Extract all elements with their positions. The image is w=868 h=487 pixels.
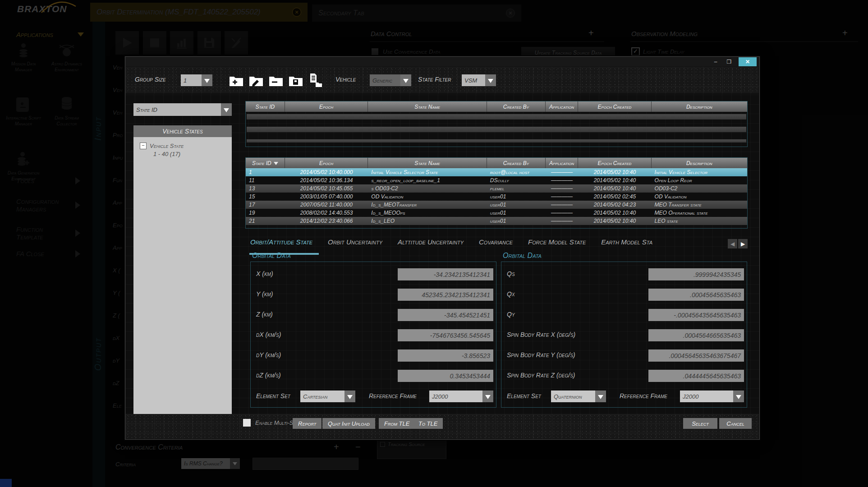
- state-filter-label: State Filter: [418, 76, 451, 83]
- column-header[interactable]: Created By: [487, 101, 546, 112]
- column-header[interactable]: State Name: [368, 158, 487, 168]
- column-header[interactable]: Description: [652, 158, 747, 168]
- dialog-titlebar[interactable]: – ❒ ✕: [125, 57, 759, 67]
- to-tle-button[interactable]: To TLE: [413, 418, 443, 429]
- column-header[interactable]: Epoch: [285, 101, 368, 112]
- tab-orbit-uncertainty[interactable]: Orbit Uncertainty: [328, 238, 382, 252]
- vehicle-dropdown[interactable]: Generic: [370, 74, 411, 86]
- cell-state-name: s_reor_open_loop_baseline_1: [368, 177, 487, 184]
- panel-fields: X (km)-34.2342135412341Y (km)452345.2342…: [250, 262, 496, 408]
- cell-epoch: 2008/02/02 14:40.553: [285, 210, 368, 216]
- cancel-button[interactable]: Cancel: [719, 418, 752, 429]
- select-button[interactable]: Select: [683, 418, 717, 429]
- column-header[interactable]: State Name: [368, 101, 487, 112]
- field-label: Z (km): [256, 311, 273, 318]
- enable-multi-selection-checkbox[interactable]: [243, 419, 251, 427]
- field-value-input[interactable]: 0.3453453444: [398, 370, 493, 382]
- cell-created-by: user01: [487, 218, 546, 224]
- cell-epoch-created: 2014/05/02 02:45: [578, 193, 651, 200]
- scroll-tabs-left-button[interactable]: ◀: [728, 239, 737, 248]
- field-value-input[interactable]: .0444445645635463: [648, 370, 744, 382]
- dialog-toolbar: Group Size 1: [126, 67, 759, 93]
- table-row[interactable]: 12014/05/02 10:40.000Initial Vehicle Sel…: [246, 168, 747, 176]
- column-header[interactable]: Epoch Created: [578, 101, 651, 112]
- field-value-input[interactable]: -345.454521451: [398, 309, 493, 321]
- state-filter-dropdown[interactable]: VSM: [462, 74, 496, 86]
- panel-title: Orbital Data: [252, 252, 496, 260]
- cell-created-by: user01: [487, 193, 546, 200]
- table-header: State IDEpochState NameCreated ByApplica…: [246, 158, 747, 168]
- field-value-input[interactable]: .9999942435345: [648, 268, 744, 280]
- field-label: Qy: [507, 311, 515, 318]
- tab-orbit-attitude-state[interactable]: Orbit/Attitude State: [250, 238, 312, 252]
- collapse-icon[interactable]: −: [140, 142, 147, 149]
- from-tle-button[interactable]: From TLE: [379, 418, 415, 429]
- column-header[interactable]: Application: [546, 158, 578, 168]
- element-set-dropdown[interactable]: Cartesian: [300, 391, 355, 402]
- tab-covariance[interactable]: Covariance: [479, 238, 513, 252]
- maximize-button[interactable]: ❒: [723, 58, 735, 66]
- empty-row: [247, 127, 746, 132]
- folder-remove-icon: [268, 73, 284, 87]
- remove-state-button[interactable]: [267, 73, 285, 88]
- reference-frame-label: Reference Frame: [369, 392, 417, 400]
- table-row[interactable]: 152003/01/05 07:40.000OD Validationuser0…: [246, 193, 747, 201]
- element-set-value: Cartesian: [300, 391, 344, 402]
- tab-alttitude-uncertainty[interactable]: Alttitude Uncertainty: [398, 238, 464, 252]
- new-state-button[interactable]: [227, 73, 245, 88]
- table-row[interactable]: 212014/12/02 23:40.066Id_s_LEOuser01————…: [246, 217, 747, 225]
- field-label: Qx: [507, 290, 515, 298]
- column-header[interactable]: Epoch Created: [578, 158, 651, 168]
- report-button[interactable]: Report: [293, 418, 321, 429]
- table-row[interactable]: 172007/05/02 11:40.000Id_s_MEOTransferus…: [246, 201, 747, 209]
- vehicle-states-tree[interactable]: − Vehicle State 1 - 40 (17): [133, 137, 232, 430]
- cell-state-name: s OD03-C2: [368, 185, 487, 192]
- field-value-input[interactable]: .00045645635463: [648, 289, 744, 301]
- tab-force-model-state[interactable]: Force Model State: [528, 238, 586, 252]
- element-set-row: Element SetQuaternionReference FrameJ200…: [501, 391, 747, 403]
- table-row[interactable]: 112014/05/02 10:36.134s_reor_open_loop_b…: [246, 176, 747, 184]
- field-value-input[interactable]: .00045645635463675467: [648, 349, 744, 362]
- column-header[interactable]: Application: [546, 101, 578, 112]
- column-header[interactable]: State ID: [246, 101, 285, 112]
- table-row[interactable]: 192008/02/02 14:40.553Id_s_MEOOpsuser01—…: [246, 209, 747, 217]
- tree-node-range[interactable]: 1 - 40 (17): [153, 151, 232, 157]
- cell-state-name: Id_s_LEO: [368, 218, 487, 224]
- reference-frame-value: J2000: [429, 391, 482, 402]
- field-label: dX (km/s): [256, 331, 281, 338]
- chevron-down-icon: [344, 391, 355, 402]
- reference-frame-label: Reference Frame: [620, 392, 667, 400]
- copy-state-button[interactable]: [306, 73, 324, 88]
- save-state-button[interactable]: [287, 73, 305, 88]
- table-row[interactable]: 132014/05/02 10:45.055s OD03-C2plemel———…: [246, 184, 747, 193]
- edit-state-button[interactable]: [247, 73, 265, 88]
- reference-frame-dropdown[interactable]: J2000: [680, 391, 744, 402]
- column-header-label: Application: [549, 104, 574, 110]
- cell-description: Open Loop Reor: [652, 177, 747, 184]
- reference-frame-dropdown[interactable]: J2000: [429, 391, 493, 402]
- tree-node-vehicle-state[interactable]: − Vehicle State: [140, 142, 232, 149]
- field-value-input[interactable]: -7546763456.545645: [398, 329, 493, 341]
- cell-description: MEO Operational state: [652, 210, 747, 216]
- minimize-button[interactable]: –: [710, 58, 721, 66]
- field-value-input[interactable]: -.000456435645635463: [648, 309, 744, 321]
- column-header[interactable]: State ID: [246, 158, 285, 168]
- quat-init-upload-button[interactable]: Quat Init Upload: [322, 418, 375, 429]
- cell-application: ————: [546, 202, 578, 208]
- state-id-filter-dropdown[interactable]: State ID: [133, 103, 232, 116]
- tab-earth-model-sta[interactable]: Earth Model Sta: [601, 238, 652, 252]
- field-value-input[interactable]: .0004564665635463: [648, 329, 744, 341]
- field-value-input[interactable]: 452345.2342135412341: [398, 289, 493, 301]
- column-header[interactable]: Description: [652, 101, 747, 112]
- close-button[interactable]: ✕: [739, 57, 757, 66]
- scroll-tabs-right-button[interactable]: ▶: [738, 239, 748, 248]
- element-set-dropdown[interactable]: Quaternion: [551, 391, 606, 402]
- group-size-dropdown[interactable]: 1: [181, 74, 212, 86]
- cell-state-name: Id_s_MEOOps: [368, 210, 487, 216]
- cell-application: ————: [546, 210, 578, 216]
- column-header[interactable]: Created By: [487, 158, 546, 168]
- cell-application: ————: [546, 185, 578, 192]
- column-header[interactable]: Epoch: [285, 158, 368, 168]
- field-value-input[interactable]: -34.2342135412341: [398, 268, 493, 280]
- field-value-input[interactable]: -3.856523: [398, 349, 493, 362]
